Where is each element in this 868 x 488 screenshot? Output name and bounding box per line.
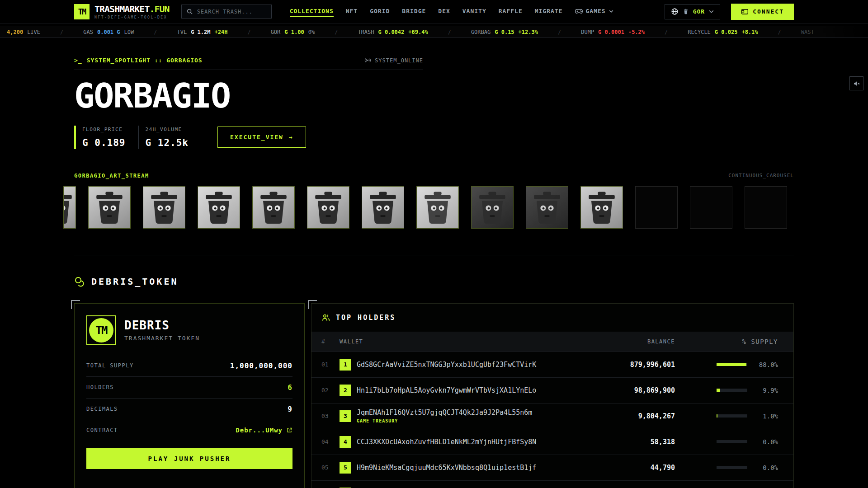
holder-badge: 5 (340, 462, 351, 474)
system-status-label: SYSTEM_ONLINE (375, 57, 423, 64)
token-info-card: TM DEBRIS TRASHMARKET TOKEN TOTAL SUPPLY… (74, 303, 305, 488)
supply-bar (717, 466, 747, 469)
trash-character-art (143, 187, 185, 228)
supply-bar (717, 440, 747, 443)
art-thumbnail[interactable] (307, 186, 349, 229)
nav-item-nft[interactable]: NFT (346, 6, 358, 17)
holders-table-header: # WALLET BALANCE % SUPPLY (311, 332, 793, 352)
holder-address[interactable]: Hn1i7bLb7oHpAL5AoyGvkn7YgwmWrVTbVsjXA1LY… (357, 386, 566, 394)
nav-item-gorid[interactable]: GORID (370, 6, 390, 17)
play-junk-pusher-button[interactable]: PLAY JUNK PUSHER (86, 448, 292, 469)
nav-item-dex[interactable]: DEX (438, 6, 450, 17)
holder-address[interactable]: JqmENAh1F16QVzt5U7gjqQCJT4Qk2Ja9J2Pa4L55… (357, 408, 566, 423)
currency-selector[interactable]: GOR (665, 4, 720, 19)
holder-percent: 0.0% (751, 464, 778, 471)
search-icon (186, 8, 193, 15)
art-thumbnail[interactable] (526, 186, 568, 229)
external-link-icon (286, 427, 292, 433)
art-thumbnail[interactable] (63, 186, 76, 229)
carousel-mode-label: CONTINUOUS_CAROUSEL (728, 173, 794, 178)
ticker-item: 4,200LIVE (7, 29, 40, 35)
art-thumbnail[interactable] (198, 186, 240, 229)
connect-wallet-button[interactable]: CONNECT (731, 4, 794, 20)
volume-label: 24H_VOLUME (146, 127, 189, 132)
brand-logo[interactable]: TM TRASHMARKET.FUN NFT-DEFI-GAME-TOOL-DE… (74, 4, 170, 19)
holder-badge: 3 (340, 410, 351, 422)
art-thumbnail[interactable] (416, 186, 459, 229)
search-input[interactable] (197, 9, 267, 15)
currency-label: GOR (693, 8, 705, 15)
supply-bar (717, 389, 747, 392)
holder-balance: 58,318 (566, 438, 675, 446)
holder-balance: 9,804,267 (566, 412, 675, 420)
contract-link[interactable]: Debr...UMwy (236, 427, 292, 434)
ticker-separator: / (665, 29, 668, 35)
debris-token-section: DEBRIS_TOKEN TM DEBRIS TRASHMARKET TOKEN… (0, 255, 868, 488)
wallet-icon (741, 8, 749, 15)
nav-item-vanity[interactable]: VANITY (462, 6, 486, 17)
holder-percent: 0.0% (751, 438, 778, 446)
ticker-items: 4,200LIVE/GAS0.001 GLOW/TVLG 1.2M+24H/GO… (0, 26, 868, 38)
ticker-item: WAST (801, 29, 814, 35)
art-thumbnail[interactable] (252, 186, 295, 229)
mute-button[interactable] (849, 76, 863, 90)
trash-character-art (362, 187, 404, 228)
holder-badge: 2 (340, 385, 351, 396)
holder-rank: 01 (321, 361, 340, 368)
nav-item-games[interactable]: GAMES (575, 6, 613, 17)
holder-address[interactable]: CCJ3XKXDcUAxohZuvfHBLD1eNkML2mYjnHUtjFBf… (357, 438, 566, 446)
trash-character-art (89, 187, 130, 228)
col-wallet: WALLET (340, 338, 566, 345)
art-thumbnail[interactable] (471, 186, 514, 229)
art-thumbnail[interactable] (88, 186, 131, 229)
top-nav-bar: TM TRASHMARKET.FUN NFT-DEFI-GAME-TOOL-DE… (0, 0, 868, 23)
execute-view-button[interactable]: EXECUTE_VIEW → (217, 127, 306, 148)
token-stat-value: 1,000,000,000 (230, 361, 292, 370)
holders-table-body: 01 1 GdS8GCrAaVviZE5nxTNGG3pYxxb1UCgUbf2… (311, 352, 793, 488)
users-icon (321, 313, 330, 322)
coins-icon (74, 276, 85, 287)
art-carousel-strip (0, 186, 868, 229)
holder-address[interactable]: GdS8GCrAaVviZE5nxTNGG3pYxxb1UCgUbf23FwCT… (357, 361, 566, 369)
holder-percent: 1.0% (751, 413, 778, 420)
volume-value: G 12.5k (146, 137, 189, 148)
token-stat-value: 6 (288, 383, 292, 392)
ticker-item: RECYCLEG 0.025+8.1% (688, 29, 758, 35)
token-stat-label: CONTRACT (86, 427, 118, 433)
token-logo: TM (86, 315, 116, 345)
volume-stat: 24H_VOLUME G 12.5k (138, 126, 202, 149)
trash-character-art (307, 187, 349, 228)
globe-icon (671, 8, 679, 15)
nav-item-migrate[interactable]: MIGRATE (535, 6, 563, 17)
ticker-separator: / (335, 29, 338, 35)
art-thumbnail[interactable] (580, 186, 623, 229)
token-stat-label: DECIMALS (86, 406, 118, 412)
speaker-muted-icon (853, 80, 860, 87)
nav-item-collections[interactable]: COLLECTIONS (290, 6, 334, 17)
token-stat-row: TOTAL SUPPLY 1,000,000,000 (86, 355, 292, 377)
holder-row: 01 1 GdS8GCrAaVviZE5nxTNGG3pYxxb1UCgUbf2… (311, 352, 793, 377)
art-thumbnail[interactable] (143, 186, 185, 229)
art-thumbnail-placeholder (635, 186, 678, 229)
trash-character-art (253, 187, 294, 228)
art-thumbnail[interactable] (362, 186, 404, 229)
holder-rank: 04 (321, 438, 340, 445)
token-name: DEBRIS (124, 319, 200, 332)
ticker-separator: / (60, 29, 63, 35)
token-stat-label: TOTAL SUPPLY (86, 362, 134, 369)
holder-badge: 1 (340, 359, 351, 371)
trash-character-art (417, 187, 458, 228)
holder-percent: 88.0% (751, 361, 778, 368)
brand-tld: .FUN (149, 4, 169, 14)
supply-bar (717, 414, 747, 418)
nav-item-raffle[interactable]: RAFFLE (499, 6, 523, 17)
floor-price-value: G 0.189 (82, 137, 126, 148)
holder-row: 06 6 (311, 480, 793, 488)
holder-address[interactable]: H9m9NieKMsaCgqjuuMdc65KxVNbbsq8Q1uip1est… (357, 464, 566, 472)
trash-character-art (472, 187, 513, 228)
nav-item-bridge[interactable]: BRIDGE (402, 6, 426, 17)
token-stats-list: TOTAL SUPPLY 1,000,000,000 HOLDERS 6 DEC… (86, 355, 292, 440)
brand-name: TRASHMARKET.FUN (94, 4, 170, 14)
main-nav: COLLECTIONS NFT GORID BRIDGE DEX (290, 6, 613, 17)
holder-balance: 879,996,601 (566, 361, 675, 369)
